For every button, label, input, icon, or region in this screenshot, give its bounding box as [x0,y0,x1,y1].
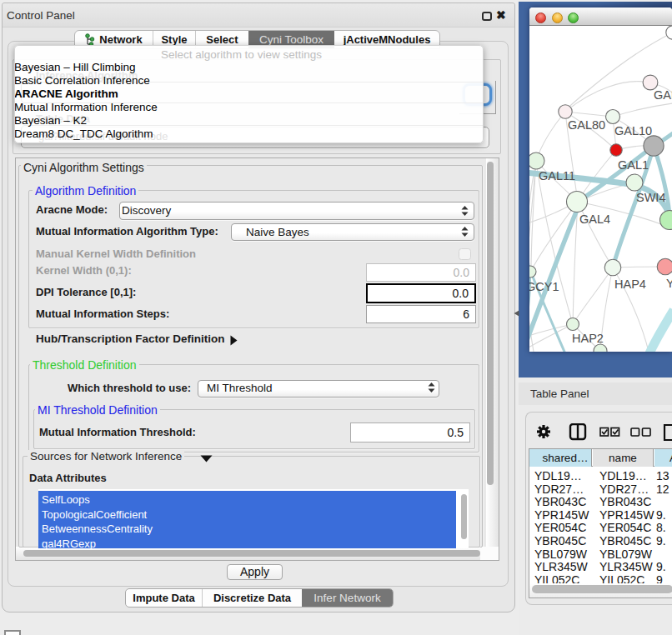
svg-text:HAP4: HAP4 [614,278,646,291]
svg-text:GAL11: GAL11 [539,169,575,182]
svg-text:GAL4: GAL4 [579,212,610,226]
svg-text:GAL2: GAL2 [654,88,672,102]
svg-text:GAL1: GAL1 [618,158,649,172]
svg-text:SWI4: SWI4 [636,191,665,204]
svg-text:GAL80: GAL80 [568,118,605,132]
svg-text:HAP2: HAP2 [572,332,604,345]
svg-text:Y: Y [666,277,672,290]
svg-text:GAL10: GAL10 [614,124,652,138]
svg-text:GCY1: GCY1 [529,280,559,293]
